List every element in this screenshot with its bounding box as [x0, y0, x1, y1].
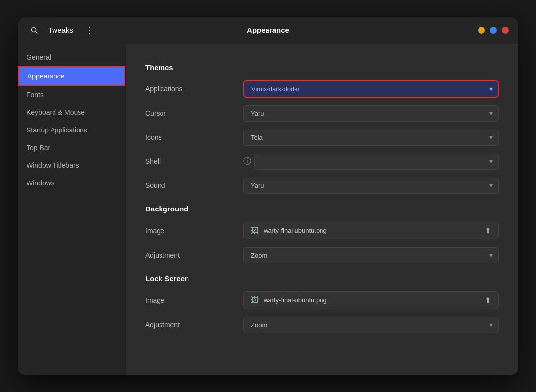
- sidebar-item-top-bar[interactable]: Top Bar: [18, 139, 125, 157]
- bg-adjustment-control: Zoom Centered Scaled Stretched Wallpaper…: [243, 247, 499, 263]
- cursor-dropdown-wrapper: Yaru Adwaita Default: [243, 105, 499, 122]
- shell-label: Shell: [145, 157, 243, 165]
- sound-label: Sound: [145, 182, 243, 189]
- cursor-dropdown[interactable]: Yaru Adwaita Default: [243, 105, 499, 122]
- bg-upload-icon[interactable]: ⬆: [485, 226, 491, 235]
- sidebar-item-appearance[interactable]: Appearance: [18, 66, 125, 86]
- sidebar-item-windows[interactable]: Windows: [18, 174, 125, 192]
- lock-screen-section-title: Lock Screen: [145, 274, 499, 283]
- ls-image-icon: 🖼: [251, 296, 259, 305]
- ls-image-row: Image 🖼 warty-final-ubuntu.png ⬆: [145, 291, 499, 309]
- ls-adjustment-label: Adjustment: [145, 321, 243, 329]
- ls-image-control: 🖼 warty-final-ubuntu.png ⬆: [243, 291, 499, 309]
- shell-dropdown[interactable]: [254, 154, 499, 170]
- applications-control: Vimix-dark-doder Adwaita Adwaita-dark: [243, 80, 499, 98]
- icons-row: Icons Tela Yaru Adwaita: [145, 130, 499, 146]
- bg-image-control: 🖼 warty-final-ubuntu.png ⬆: [243, 222, 499, 239]
- svg-line-1: [36, 31, 38, 33]
- ls-image-picker[interactable]: 🖼 warty-final-ubuntu.png ⬆: [243, 291, 499, 309]
- window-controls: [478, 27, 509, 34]
- ls-image-filename: warty-final-ubuntu.png: [264, 296, 327, 304]
- sound-row: Sound Yaru Default: [145, 178, 499, 194]
- sidebar-item-general[interactable]: General: [18, 49, 125, 66]
- applications-dropdown[interactable]: Vimix-dark-doder Adwaita Adwaita-dark: [243, 80, 499, 98]
- sound-dropdown-wrapper: Yaru Default: [243, 178, 499, 194]
- menu-button[interactable]: ⋮: [83, 24, 97, 37]
- ls-upload-icon[interactable]: ⬆: [485, 296, 491, 305]
- bg-adjustment-dropdown[interactable]: Zoom Centered Scaled Stretched Wallpaper…: [243, 247, 499, 263]
- shell-dropdown-wrapper: [254, 154, 499, 170]
- bg-image-label: Image: [145, 227, 243, 235]
- ls-adjustment-control: Zoom Centered Scaled Stretched Wallpaper…: [243, 317, 499, 333]
- sidebar-item-keyboard-mouse[interactable]: Keyboard & Mouse: [18, 104, 125, 121]
- bg-image-filename: warty-final-ubuntu.png: [264, 227, 327, 234]
- app-title: Tweaks: [48, 26, 73, 34]
- minimize-button[interactable]: [478, 27, 485, 34]
- close-button[interactable]: [502, 27, 509, 34]
- ls-adjustment-dropdown-wrapper: Zoom Centered Scaled Stretched Wallpaper…: [243, 317, 499, 333]
- applications-row: Applications Vimix-dark-doder Adwaita Ad…: [145, 80, 499, 98]
- cursor-control: Yaru Adwaita Default: [243, 105, 499, 122]
- cursor-label: Cursor: [145, 109, 243, 117]
- bg-image-row: Image 🖼 warty-final-ubuntu.png ⬆: [145, 222, 499, 239]
- bg-adjustment-row: Adjustment Zoom Centered Scaled Stretche…: [145, 247, 499, 263]
- app-window: Tweaks ⋮ Appearance General Appearance F…: [18, 17, 518, 375]
- background-section-title: Background: [145, 205, 499, 213]
- icons-control: Tela Yaru Adwaita: [243, 130, 499, 146]
- bg-image-picker[interactable]: 🖼 warty-final-ubuntu.png ⬆: [243, 222, 499, 239]
- sidebar: General Appearance Fonts Keyboard & Mous…: [18, 44, 126, 375]
- sound-control: Yaru Default: [243, 178, 499, 194]
- image-icon: 🖼: [251, 226, 259, 235]
- applications-label: Applications: [145, 85, 243, 93]
- bg-adjustment-dropdown-wrapper: Zoom Centered Scaled Stretched Wallpaper…: [243, 247, 499, 263]
- content-area: General Appearance Fonts Keyboard & Mous…: [18, 44, 518, 375]
- cursor-row: Cursor Yaru Adwaita Default: [145, 105, 499, 122]
- icons-dropdown-wrapper: Tela Yaru Adwaita: [243, 130, 499, 146]
- search-button[interactable]: [27, 24, 41, 37]
- info-icon: ⓘ: [243, 157, 251, 167]
- maximize-button[interactable]: [490, 27, 497, 34]
- titlebar: Tweaks ⋮ Appearance: [18, 17, 518, 44]
- bg-adjustment-label: Adjustment: [145, 251, 243, 259]
- sidebar-item-startup-applications[interactable]: Startup Applications: [18, 121, 125, 139]
- main-panel: Themes Applications Vimix-dark-doder Adw…: [126, 44, 518, 375]
- ls-image-label: Image: [145, 296, 243, 304]
- sidebar-item-fonts[interactable]: Fonts: [18, 86, 125, 104]
- ls-adjustment-dropdown[interactable]: Zoom Centered Scaled Stretched Wallpaper…: [243, 317, 499, 333]
- icons-label: Icons: [145, 133, 243, 141]
- themes-section-title: Themes: [145, 63, 499, 72]
- shell-row: Shell ⓘ: [145, 154, 499, 170]
- sidebar-item-window-titlebars[interactable]: Window Titlebars: [18, 157, 125, 174]
- sound-dropdown[interactable]: Yaru Default: [243, 178, 499, 194]
- titlebar-left: Tweaks ⋮: [27, 24, 97, 37]
- icons-dropdown[interactable]: Tela Yaru Adwaita: [243, 130, 499, 146]
- shell-control: ⓘ: [243, 154, 499, 170]
- ls-adjustment-row: Adjustment Zoom Centered Scaled Stretche…: [145, 317, 499, 333]
- window-title: Appearance: [247, 26, 289, 34]
- applications-dropdown-wrapper: Vimix-dark-doder Adwaita Adwaita-dark: [243, 80, 499, 98]
